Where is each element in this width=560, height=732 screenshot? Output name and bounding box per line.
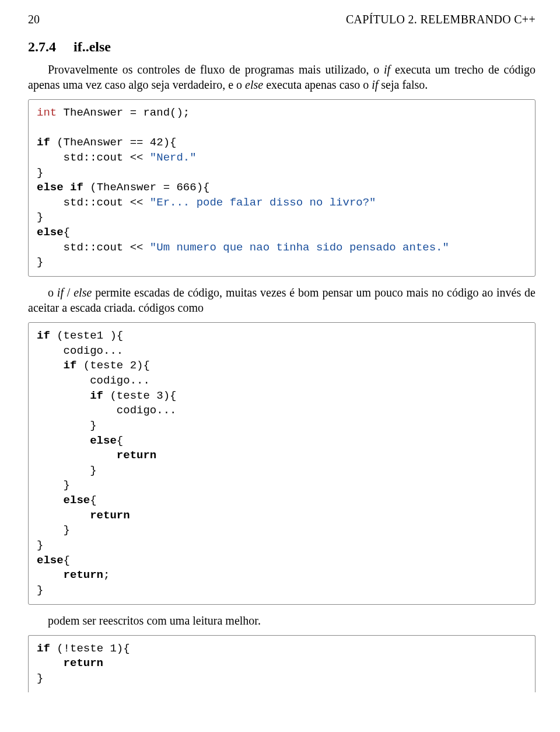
chapter-label: CAPÍTULO 2. bbox=[346, 13, 417, 26]
page-number: 20 bbox=[28, 13, 40, 26]
italic-if-3: if bbox=[57, 286, 64, 299]
closing-paragraph: podem ser reescritos com uma leitura mel… bbox=[28, 613, 536, 628]
code-block-2: if (teste1 ){ codigo... if (teste 2){ co… bbox=[28, 322, 536, 605]
code-block-1: int TheAnswer = rand(); if (TheAnswer ==… bbox=[28, 99, 536, 277]
page: 20 CAPÍTULO 2. RELEMBRANDO C++ 2.7.4 if.… bbox=[0, 0, 560, 732]
italic-if-2: if bbox=[372, 78, 378, 91]
code-block-3: if (!teste 1){ return } bbox=[28, 635, 536, 692]
chapter-title: RELEMBRANDO C++ bbox=[420, 13, 536, 26]
section-heading: 2.7.4 if..else bbox=[28, 39, 536, 55]
page-header: 20 CAPÍTULO 2. RELEMBRANDO C++ bbox=[28, 13, 536, 26]
intro-paragraph: Provavelmente os controles de fluxo de p… bbox=[28, 62, 536, 92]
italic-else-2: else bbox=[74, 286, 92, 299]
italic-if: if bbox=[384, 63, 390, 76]
italic-else: else bbox=[245, 78, 263, 91]
chapter-header: CAPÍTULO 2. RELEMBRANDO C++ bbox=[346, 13, 536, 26]
section-number: 2.7.4 bbox=[28, 39, 56, 54]
section-title-text: if..else bbox=[74, 39, 111, 54]
middle-paragraph: o if / else permite escadas de código, m… bbox=[28, 285, 536, 315]
